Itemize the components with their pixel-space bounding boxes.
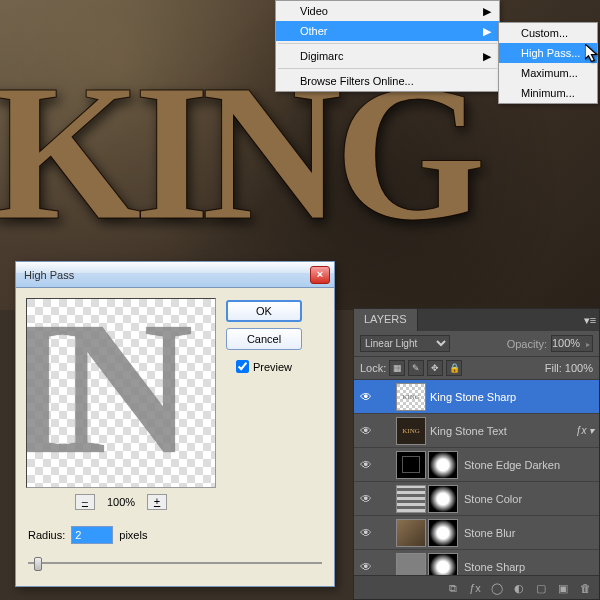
submenu-arrow-icon: ▶ (483, 25, 491, 38)
layer-row[interactable]: 👁 Stone Color (354, 482, 599, 516)
lock-all-icon[interactable]: 🔒 (446, 360, 462, 376)
zoom-out-button[interactable]: – (75, 494, 95, 510)
submenu-highpass[interactable]: High Pass... (499, 43, 597, 63)
layer-thumbnail[interactable] (396, 553, 426, 577)
filter-menu[interactable]: Video▶ Other▶ Digimarc▶ Browse Filters O… (275, 0, 500, 92)
filter-preview[interactable]: IN (26, 298, 216, 488)
layer-mask-thumbnail[interactable] (428, 485, 458, 513)
layer-name[interactable]: King Stone Sharp (428, 391, 599, 403)
layer-mask-thumbnail[interactable] (428, 553, 458, 577)
layer-thumbnail[interactable] (396, 485, 426, 513)
visibility-icon[interactable]: 👁 (354, 424, 378, 438)
visibility-icon[interactable]: 👁 (354, 492, 378, 506)
layer-mask-thumbnail[interactable] (428, 519, 458, 547)
ok-button[interactable]: OK (226, 300, 302, 322)
preview-label: Preview (253, 361, 292, 373)
layer-thumbnail[interactable] (396, 451, 426, 479)
new-layer-icon[interactable]: ▣ (553, 579, 573, 597)
submenu-maximum[interactable]: Maximum... (499, 63, 597, 83)
layer-name[interactable]: King Stone Text (428, 425, 571, 437)
radius-unit: pixels (119, 529, 147, 541)
lock-label: Lock: (360, 362, 386, 374)
layer-list[interactable]: 👁 King Stone Sharp 👁 King Stone Text ƒx … (354, 380, 599, 576)
submenu-custom[interactable]: Custom... (499, 23, 597, 43)
radius-input[interactable] (71, 526, 113, 544)
layer-thumbnail[interactable] (396, 417, 426, 445)
layer-row[interactable]: 👁 Stone Sharp (354, 550, 599, 576)
layer-name[interactable]: Stone Edge Darken (462, 459, 599, 471)
group-icon[interactable]: ▢ (531, 579, 551, 597)
visibility-icon[interactable]: 👁 (354, 390, 378, 404)
fx-icon[interactable]: ƒx (465, 579, 485, 597)
visibility-icon[interactable]: 👁 (354, 560, 378, 574)
layer-row[interactable]: 👁 Stone Blur (354, 516, 599, 550)
lock-position-icon[interactable]: ✥ (427, 360, 443, 376)
cancel-button[interactable]: Cancel (226, 328, 302, 350)
layers-tab[interactable]: LAYERS (354, 309, 418, 331)
layer-row[interactable]: 👁 Stone Edge Darken (354, 448, 599, 482)
layers-footer: ⧉ ƒx ◯ ◐ ▢ ▣ 🗑 (354, 575, 599, 599)
preview-content: IN (26, 298, 178, 488)
submenu-arrow-icon: ▶ (483, 5, 491, 18)
slider-thumb[interactable] (34, 557, 42, 571)
mask-icon[interactable]: ◯ (487, 579, 507, 597)
dialog-title: High Pass (20, 269, 310, 281)
zoom-in-button[interactable]: + (147, 494, 167, 510)
layer-row[interactable]: 👁 King Stone Text ƒx ▾ (354, 414, 599, 448)
layers-panel: LAYERS ▾≡ Linear Light Opacity: 100% Loc… (353, 308, 600, 600)
blend-mode-select[interactable]: Linear Light (360, 335, 450, 352)
menu-separator (278, 68, 497, 69)
menu-digimarc[interactable]: Digimarc▶ (276, 46, 499, 66)
highpass-dialog: High Pass × IN – 100% + OK Cancel Previe… (15, 261, 335, 587)
lock-transparency-icon[interactable]: ▦ (389, 360, 405, 376)
menu-other[interactable]: Other▶ (276, 21, 499, 41)
dialog-titlebar[interactable]: High Pass × (16, 262, 334, 288)
radius-slider[interactable] (28, 554, 322, 572)
layer-thumbnail[interactable] (396, 519, 426, 547)
trash-icon[interactable]: 🗑 (575, 579, 595, 597)
submenu-minimum[interactable]: Minimum... (499, 83, 597, 103)
menu-video[interactable]: Video▶ (276, 1, 499, 21)
submenu-arrow-icon: ▶ (483, 50, 491, 63)
mouse-cursor-icon (585, 44, 599, 62)
menu-separator (278, 43, 497, 44)
layer-row[interactable]: 👁 King Stone Sharp (354, 380, 599, 414)
fill-label: Fill: (545, 362, 562, 374)
opacity-label: Opacity: (507, 338, 547, 350)
visibility-icon[interactable]: 👁 (354, 526, 378, 540)
link-layers-icon[interactable]: ⧉ (443, 579, 463, 597)
fill-input[interactable]: 100% (565, 362, 593, 374)
zoom-level: 100% (107, 496, 135, 508)
layer-thumbnail[interactable] (396, 383, 426, 411)
layer-name[interactable]: Stone Color (462, 493, 599, 505)
other-submenu[interactable]: Custom... High Pass... Maximum... Minimu… (498, 22, 598, 104)
radius-label: Radius: (28, 529, 65, 541)
panel-menu-icon[interactable]: ▾≡ (581, 309, 599, 331)
visibility-icon[interactable]: 👁 (354, 458, 378, 472)
preview-checkbox[interactable]: Preview (236, 360, 292, 373)
preview-checkbox-input[interactable] (236, 360, 249, 373)
fx-indicator[interactable]: ƒx ▾ (571, 425, 599, 436)
lock-paint-icon[interactable]: ✎ (408, 360, 424, 376)
adjustment-icon[interactable]: ◐ (509, 579, 529, 597)
layer-name[interactable]: Stone Blur (462, 527, 599, 539)
close-button[interactable]: × (310, 266, 330, 284)
opacity-input[interactable]: 100% (551, 335, 593, 352)
layer-name[interactable]: Stone Sharp (462, 561, 599, 573)
layer-mask-thumbnail[interactable] (428, 451, 458, 479)
menu-browse-filters[interactable]: Browse Filters Online... (276, 71, 499, 91)
